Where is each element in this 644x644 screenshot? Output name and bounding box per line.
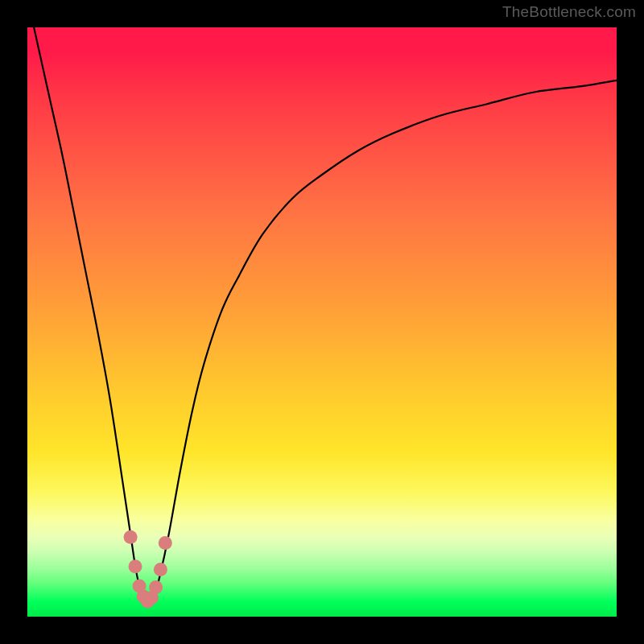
trough-marker [149, 580, 163, 594]
plot-area [27, 27, 617, 617]
chart-svg [27, 27, 617, 617]
watermark-text: TheBottleneck.com [502, 3, 636, 21]
trough-markers [124, 530, 172, 609]
trough-marker [159, 536, 172, 550]
curve-path [27, 27, 617, 602]
bottleneck-curve [27, 27, 617, 602]
trough-marker [154, 563, 167, 576]
trough-marker [124, 530, 138, 544]
trough-marker [129, 559, 142, 573]
outer-frame: TheBottleneck.com [0, 0, 644, 644]
